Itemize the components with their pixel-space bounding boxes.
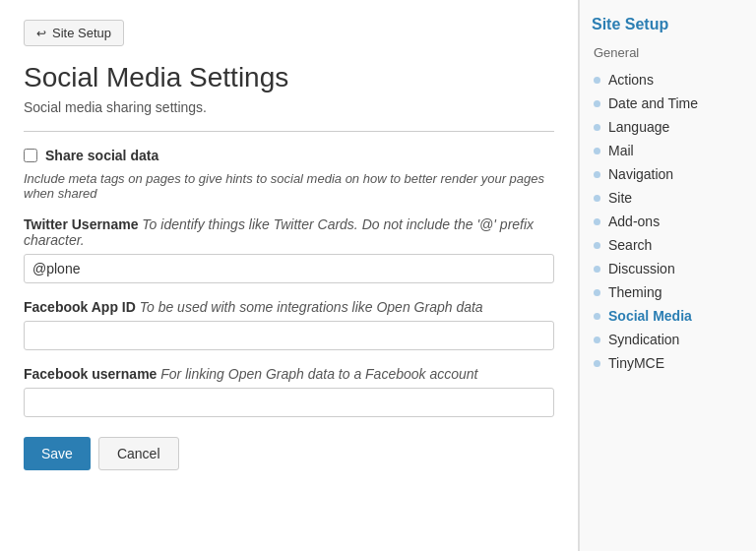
facebook-username-label-em: For linking Open Graph data to a Faceboo…	[157, 366, 477, 382]
facebook-username-label: Facebook username For linking Open Graph…	[24, 366, 554, 382]
facebook-app-id-label-strong: Facebook App ID	[24, 299, 136, 315]
sidebar-item-label: Add-ons	[608, 214, 660, 229]
facebook-username-label-strong: Facebook username	[24, 366, 157, 382]
sidebar-title: Site Setup	[592, 16, 744, 33]
sidebar-item-label: Discussion	[608, 261, 675, 276]
facebook-app-id-input[interactable]	[24, 321, 554, 350]
main-content: ↩ Site Setup Social Media Settings Socia…	[0, 0, 579, 551]
twitter-username-label-strong: Twitter Username	[24, 216, 138, 232]
nav-dot-icon	[594, 337, 600, 343]
back-arrow-icon: ↩	[36, 27, 46, 40]
twitter-username-input[interactable]	[24, 254, 554, 283]
sidebar-item-site[interactable]: Site	[592, 186, 744, 210]
sidebar-item-navigation[interactable]: Navigation	[592, 162, 744, 186]
nav-dot-icon	[594, 195, 600, 202]
facebook-username-group: Facebook username For linking Open Graph…	[24, 366, 554, 417]
sidebar-item-label: Navigation	[608, 166, 673, 182]
back-button[interactable]: ↩ Site Setup	[24, 20, 124, 46]
facebook-app-id-group: Facebook App ID To be used with some int…	[24, 299, 554, 350]
nav-dot-icon	[594, 266, 600, 273]
nav-dot-icon	[594, 242, 600, 249]
sidebar-item-syndication[interactable]: Syndication	[592, 328, 744, 351]
nav-dot-icon	[594, 124, 600, 131]
sidebar-item-label: Search	[608, 237, 652, 253]
sidebar-section-label: General	[592, 45, 744, 60]
nav-dot-icon	[594, 360, 600, 367]
sidebar-item-add-ons[interactable]: Add-ons	[592, 210, 744, 233]
sidebar-item-language[interactable]: Language	[592, 115, 744, 139]
sidebar-item-label: Language	[608, 119, 669, 135]
sidebar-item-label: Social Media	[608, 308, 692, 324]
share-social-checkbox[interactable]	[24, 149, 37, 162]
back-button-label: Site Setup	[52, 26, 111, 40]
divider	[24, 131, 554, 132]
share-social-row: Share social data	[24, 148, 554, 163]
page-description: Social media sharing settings.	[24, 99, 554, 115]
sidebar-item-label: Syndication	[608, 332, 679, 347]
save-button[interactable]: Save	[24, 437, 91, 470]
sidebar-item-label: Site	[608, 190, 632, 206]
sidebar-item-date-and-time[interactable]: Date and Time	[592, 92, 744, 115]
button-row: Save Cancel	[24, 437, 554, 470]
sidebar-item-search[interactable]: Search	[592, 233, 744, 257]
nav-dot-icon	[594, 289, 600, 296]
sidebar-item-theming[interactable]: Theming	[592, 280, 744, 304]
nav-dot-icon	[594, 171, 600, 178]
facebook-username-input[interactable]	[24, 388, 554, 417]
sidebar-item-label: Actions	[608, 72, 654, 88]
twitter-username-group: Twitter Username To identify things like…	[24, 216, 554, 283]
share-social-hint: Include meta tags on pages to give hints…	[24, 171, 554, 201]
twitter-username-label: Twitter Username To identify things like…	[24, 216, 554, 248]
page-title: Social Media Settings	[24, 62, 554, 93]
sidebar-item-tinymce[interactable]: TinyMCE	[592, 351, 744, 375]
sidebar-item-discussion[interactable]: Discussion	[592, 257, 744, 280]
cancel-button[interactable]: Cancel	[98, 437, 179, 470]
facebook-app-id-label-em: To be used with some integrations like O…	[136, 299, 483, 315]
sidebar-item-label: Theming	[608, 284, 662, 300]
nav-dot-icon	[594, 313, 600, 320]
sidebar-item-actions[interactable]: Actions	[592, 68, 744, 92]
sidebar-item-label: TinyMCE	[608, 355, 664, 371]
sidebar: Site Setup General ActionsDate and TimeL…	[579, 0, 756, 551]
sidebar-item-label: Mail	[608, 143, 634, 158]
nav-dot-icon	[594, 148, 600, 154]
nav-dot-icon	[594, 77, 600, 84]
nav-dot-icon	[594, 100, 600, 107]
sidebar-item-mail[interactable]: Mail	[592, 139, 744, 162]
sidebar-item-social-media[interactable]: Social Media	[592, 304, 744, 328]
facebook-app-id-label: Facebook App ID To be used with some int…	[24, 299, 554, 315]
sidebar-nav: ActionsDate and TimeLanguageMailNavigati…	[592, 68, 744, 375]
share-social-label[interactable]: Share social data	[45, 148, 158, 163]
sidebar-item-label: Date and Time	[608, 95, 698, 111]
nav-dot-icon	[594, 218, 600, 225]
